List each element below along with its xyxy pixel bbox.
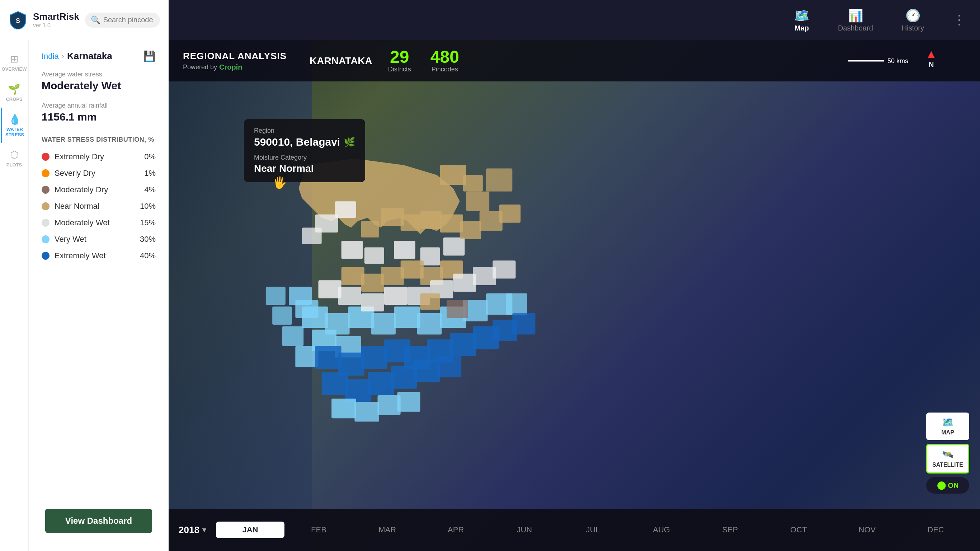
svg-rect-31	[506, 293, 527, 315]
month-apr[interactable]: APR	[422, 522, 490, 538]
svg-rect-52	[414, 359, 440, 382]
svg-rect-8	[420, 211, 442, 229]
dist-pct-extremely-wet: 40%	[140, 251, 156, 260]
dist-item-severly-dry: Severly Dry 1%	[41, 169, 156, 178]
dist-dot-very-wet	[41, 235, 49, 243]
plots-icon: ⬡	[10, 149, 19, 161]
water-stress-label: WATER STRESS	[2, 127, 28, 137]
view-dashboard-button[interactable]: View Dashboard	[45, 509, 152, 533]
month-mar[interactable]: MAR	[353, 522, 422, 538]
powered-by-label: Powered by	[183, 64, 217, 71]
dist-dot-moderately-dry	[41, 186, 49, 194]
dist-dot-near-normal	[41, 202, 49, 210]
map-icon: 🗺️	[794, 8, 809, 22]
month-jun[interactable]: JUN	[490, 522, 558, 538]
svg-rect-12	[302, 228, 322, 244]
map-districts-stat: 29 Districts	[388, 48, 411, 73]
month-sep[interactable]: SEP	[696, 522, 764, 538]
tooltip-region-label: Region	[254, 127, 355, 135]
sidebar-item-overview[interactable]: ⊞ OVERVIEW	[1, 47, 28, 78]
sidebar-item-water-stress[interactable]: 💧 WATER STRESS	[1, 108, 28, 143]
nav-item-dashboard[interactable]: 📊 Dashboard	[838, 8, 873, 32]
svg-rect-73	[447, 300, 468, 318]
map-tooltip: Region 590010, Belagavi 🌿 Moisture Categ…	[244, 119, 365, 182]
north-arrow-icon: ▲	[926, 47, 937, 61]
svg-rect-34	[295, 346, 318, 368]
map-type-button[interactable]: 🗺️ MAP	[926, 412, 969, 440]
pincodes-count: 480	[430, 48, 459, 66]
nav-item-map[interactable]: 🗺️ Map	[794, 8, 809, 32]
svg-rect-60	[381, 267, 404, 285]
dist-name-extremely-dry: Extremely Dry	[54, 152, 139, 161]
svg-rect-49	[345, 379, 371, 402]
month-jan[interactable]: JAN	[216, 522, 285, 538]
svg-rect-3	[463, 175, 483, 191]
satellite-type-button[interactable]: 🛰️ SATELLITE	[926, 444, 969, 473]
svg-rect-65	[338, 287, 361, 305]
app-version: ver 1.0	[33, 22, 79, 29]
svg-rect-18	[440, 215, 463, 233]
dist-name-moderately-wet: Moderately Wet	[54, 218, 135, 228]
dist-item-moderately-dry: Moderately Dry 4%	[41, 185, 156, 194]
timeline: 2018 ▾ JAN FEB MAR APR JUN JUL AUG SEP O…	[169, 509, 980, 551]
map-ctrl-icon: 🗺️	[942, 417, 953, 428]
crops-label: CROPS	[6, 97, 22, 102]
sidebar-item-plots[interactable]: ⬡ PLOTS	[1, 143, 28, 173]
svg-rect-61	[401, 260, 424, 279]
map-header: REGIONAL ANALYSIS Powered by Cropin KARN…	[169, 40, 980, 81]
month-dec[interactable]: DEC	[902, 522, 970, 538]
month-oct[interactable]: OCT	[764, 522, 833, 538]
year-value: 2018	[179, 524, 199, 535]
svg-rect-6	[381, 208, 404, 226]
svg-rect-56	[378, 395, 401, 415]
water-stress-icon: 💧	[9, 113, 21, 125]
month-feb[interactable]: FEB	[285, 522, 353, 538]
breadcrumb-parent[interactable]: India	[41, 52, 59, 61]
breadcrumb-region: Karnataka	[67, 51, 112, 62]
history-icon: 🕐	[905, 8, 920, 22]
dist-item-moderately-wet: Moderately Wet 15%	[41, 218, 156, 228]
districts-count: 29	[390, 48, 409, 66]
month-jul[interactable]: JUL	[558, 522, 627, 538]
tooltip-category-value: Near Normal	[254, 163, 355, 174]
svg-rect-21	[500, 204, 521, 222]
nav-history-label: History	[902, 24, 924, 32]
nav-map-label: Map	[795, 24, 809, 32]
svg-rect-50	[368, 373, 394, 395]
svg-rect-51	[391, 366, 417, 389]
year-selector[interactable]: 2018 ▾	[179, 524, 206, 535]
water-stress-stat-label: Average water stress	[41, 71, 156, 78]
svg-rect-13	[342, 241, 363, 259]
more-menu-icon[interactable]: ⋮	[953, 13, 966, 28]
app-logo-text: SmartRisk ver 1.0	[33, 11, 79, 29]
month-aug[interactable]: AUG	[627, 522, 696, 538]
tooltip-category-label: Moisture Category	[254, 154, 355, 161]
overview-label: OVERVIEW	[2, 66, 27, 72]
svg-rect-55	[355, 402, 379, 422]
rainfall-stat-value: 1156.1 mm	[41, 111, 156, 123]
search-bar[interactable]: 🔍	[85, 13, 160, 28]
dist-pct-moderately-dry: 4%	[144, 185, 156, 194]
leaf-icon: 🌿	[344, 137, 355, 148]
tooltip-region-value: 590010, Belagavi 🌿	[254, 136, 355, 148]
svg-rect-17	[443, 237, 465, 255]
nav-item-history[interactable]: 🕐 History	[902, 8, 924, 32]
water-stress-stat-value: Moderately Wet	[41, 80, 156, 92]
svg-rect-5	[486, 169, 512, 191]
toggle-button[interactable]: ⬤ ON	[926, 477, 969, 494]
year-dropdown-icon: ▾	[202, 526, 206, 534]
breadcrumb-separator: ›	[62, 52, 64, 61]
search-input[interactable]	[103, 16, 154, 24]
dashboard-icon: 📊	[848, 8, 863, 22]
svg-rect-2	[440, 165, 466, 185]
save-icon[interactable]: 💾	[143, 50, 156, 62]
sidebar-item-crops[interactable]: 🌱 CROPS	[1, 78, 28, 108]
map-ctrl-label: MAP	[941, 429, 954, 436]
dist-name-near-normal: Near Normal	[54, 202, 135, 211]
svg-rect-27	[417, 313, 442, 335]
svg-rect-40	[361, 346, 387, 369]
cursor-indicator: 🖐	[273, 176, 287, 190]
satellite-ctrl-icon: 🛰️	[942, 449, 953, 460]
month-nov[interactable]: NOV	[833, 522, 902, 538]
dist-item-near-normal: Near Normal 10%	[41, 202, 156, 211]
